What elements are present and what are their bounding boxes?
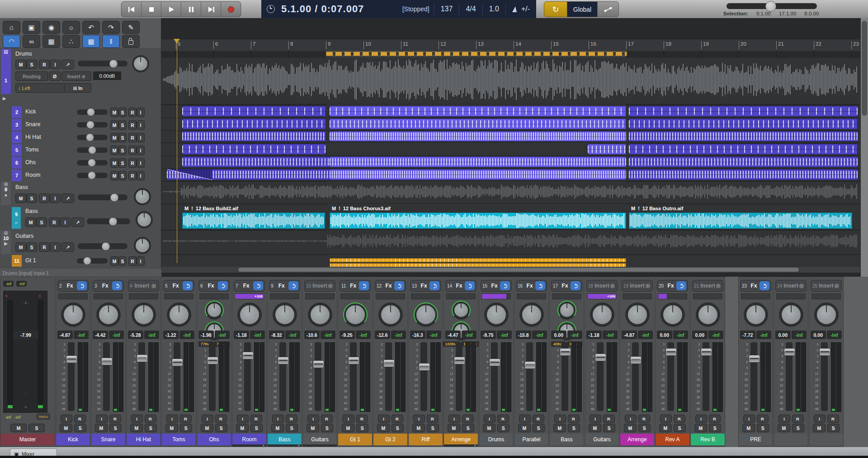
output-selector[interactable]: ↕ Left bbox=[15, 83, 66, 93]
track-name[interactable]: Guitars bbox=[15, 233, 33, 239]
lane-ohs[interactable] bbox=[161, 156, 860, 169]
solo-button[interactable]: S bbox=[792, 424, 805, 432]
input-button[interactable]: I bbox=[237, 415, 249, 423]
peak-value[interactable]: -inf bbox=[144, 331, 160, 339]
power-button[interactable] bbox=[359, 281, 369, 290]
channel-name[interactable]: Gt 2 bbox=[373, 434, 407, 445]
record-button[interactable] bbox=[221, 1, 241, 17]
ruler-bar-16[interactable]: 16 bbox=[589, 41, 596, 49]
input-monitor-button[interactable]: I bbox=[50, 60, 61, 69]
input-monitor-button[interactable]: I bbox=[60, 217, 71, 227]
input-button[interactable]: I bbox=[743, 415, 755, 423]
volume-slider[interactable] bbox=[77, 258, 108, 264]
pan-knob[interactable] bbox=[136, 211, 153, 228]
volume-slider-thumb[interactable] bbox=[101, 242, 110, 250]
record-button[interactable]: R bbox=[180, 415, 192, 423]
db-value[interactable]: -8.32 bbox=[269, 331, 284, 339]
power-button[interactable] bbox=[535, 281, 545, 290]
fx-label[interactable]: Fx bbox=[665, 283, 676, 289]
ruler-bar-7[interactable]: 7 bbox=[251, 41, 255, 49]
ruler-bar-11[interactable]: 11 bbox=[401, 41, 408, 49]
tempo-value[interactable]: 137 bbox=[434, 3, 459, 15]
peak-value[interactable]: -inf bbox=[426, 331, 442, 339]
channel-name[interactable]: Room bbox=[232, 434, 266, 445]
peak-value[interactable]: -inf bbox=[321, 331, 336, 339]
solo-button[interactable]: S bbox=[145, 424, 157, 432]
solo-button[interactable]: S bbox=[827, 424, 840, 432]
volume-slider-thumb[interactable] bbox=[86, 133, 94, 142]
fader-cap[interactable] bbox=[560, 348, 571, 356]
lane-guitars-group[interactable] bbox=[161, 231, 860, 255]
channel-name[interactable]: PRE bbox=[739, 434, 773, 445]
mute-button[interactable]: M bbox=[448, 424, 460, 432]
strip-header[interactable]: 3Fx bbox=[93, 280, 124, 292]
mute-button[interactable]: M bbox=[271, 424, 284, 432]
fader-track[interactable] bbox=[491, 342, 498, 411]
lane-bass-audio[interactable]: M!12 Bass Build2.aifM!12 Bass Chorus3.ai… bbox=[161, 204, 860, 230]
home-button[interactable]: ⌂ bbox=[3, 21, 20, 34]
input-button[interactable]: I bbox=[378, 415, 390, 423]
drum-clip[interactable] bbox=[629, 106, 858, 117]
input-monitor-button[interactable]: I bbox=[137, 133, 145, 142]
automation-curve-button[interactable]: ↗ bbox=[61, 60, 74, 69]
fader-track[interactable] bbox=[597, 342, 604, 411]
pan-knob[interactable] bbox=[558, 302, 576, 319]
track-name[interactable]: Kick bbox=[25, 109, 36, 115]
mixer-strip-toms[interactable]: 5Fx-1.22-inf3036912182430364248IRMSToms bbox=[161, 277, 196, 447]
solo-button[interactable]: S bbox=[709, 424, 722, 432]
ruler-bar-8[interactable]: 8 bbox=[288, 41, 293, 49]
pan-knob[interactable] bbox=[132, 55, 149, 72]
pan-knob[interactable] bbox=[168, 303, 190, 326]
peak-value[interactable]: -inf bbox=[567, 331, 583, 339]
gain-readout[interactable]: 0.00dB bbox=[93, 71, 121, 80]
rate-value[interactable]: 1.0 bbox=[482, 3, 505, 15]
solo-button[interactable]: S bbox=[74, 424, 87, 432]
track-row-ohs[interactable]: 6OhsMSRI bbox=[0, 156, 161, 170]
mixer-strip-snare[interactable]: 3Fx-4.42-inf3036912182430364248IRMSSnare bbox=[91, 277, 126, 447]
annotate-button[interactable]: ✎ bbox=[122, 21, 140, 34]
db-value[interactable]: 0.00 bbox=[775, 331, 791, 339]
solo-button[interactable]: S bbox=[109, 424, 122, 432]
mixer-strip-master[interactable]: -inf-inf66- 6 -------0-7.99-inf-infmenuM… bbox=[0, 277, 55, 447]
mixer-strip-bass[interactable]: 9Fx-8.32-inf3036912182430364248IRMSBass« bbox=[267, 277, 302, 447]
input-button[interactable]: I bbox=[307, 415, 319, 423]
pan-knob[interactable] bbox=[697, 303, 719, 326]
fader-cap[interactable] bbox=[595, 354, 606, 361]
clip-mute-badge[interactable]: M bbox=[332, 206, 336, 211]
channel-name[interactable]: Toms bbox=[162, 434, 196, 445]
drum-clip[interactable] bbox=[330, 106, 626, 117]
lane-hihat[interactable] bbox=[161, 131, 860, 143]
mixer-strip-riff[interactable]: 13Fx-16.3-inf3036912182430364248IRMSRiff bbox=[408, 277, 443, 447]
fader-cap[interactable] bbox=[242, 352, 254, 359]
insert-label[interactable]: Insert bbox=[783, 283, 798, 289]
channel-name[interactable]: Guitars bbox=[585, 434, 619, 445]
insert-label[interactable]: Insert bbox=[700, 283, 715, 289]
track-row-toms[interactable]: 5TomsMSRI bbox=[0, 144, 161, 157]
record-arm-button[interactable]: R bbox=[39, 194, 50, 203]
add-insert-button[interactable]: ⊕ bbox=[645, 282, 651, 289]
ruler-bar-23[interactable]: 23 bbox=[851, 41, 859, 49]
input-monitor-button[interactable]: I bbox=[137, 158, 145, 168]
mute-button[interactable]: M bbox=[10, 424, 27, 432]
db-value[interactable]: -4.87 bbox=[622, 331, 637, 339]
volume-slider-thumb[interactable] bbox=[110, 193, 119, 202]
fader-track[interactable] bbox=[68, 342, 75, 411]
mute-button[interactable]: M bbox=[412, 424, 425, 432]
mute-button[interactable]: M bbox=[165, 424, 178, 432]
fx-label[interactable]: Fx bbox=[240, 283, 253, 289]
mixer-strip-pre[interactable]: 23Fx-7.72-inf3036912182430364248IRMSPRE bbox=[738, 277, 773, 447]
record-button[interactable]: R bbox=[827, 415, 839, 423]
db-value[interactable]: -1.18 bbox=[234, 331, 249, 339]
track-row-bass-audio[interactable]: 9▱BassMSRI↗ bbox=[0, 206, 161, 231]
solo-button[interactable]: S bbox=[118, 171, 127, 180]
fader-track[interactable] bbox=[174, 342, 180, 411]
ruler-bar-14[interactable]: 14 bbox=[514, 41, 521, 49]
input-button[interactable]: I bbox=[695, 415, 707, 423]
pan-knob[interactable] bbox=[309, 303, 331, 326]
drum-clip[interactable] bbox=[182, 131, 326, 142]
horizontal-scrollbar[interactable] bbox=[161, 267, 860, 273]
audio-clip-bass[interactable]: M!12 Bass Outro.aif bbox=[629, 205, 852, 229]
solo-button[interactable]: S bbox=[462, 424, 475, 432]
ruler-bar-20[interactable]: 20 bbox=[739, 41, 746, 49]
fader-track[interactable] bbox=[244, 342, 251, 411]
